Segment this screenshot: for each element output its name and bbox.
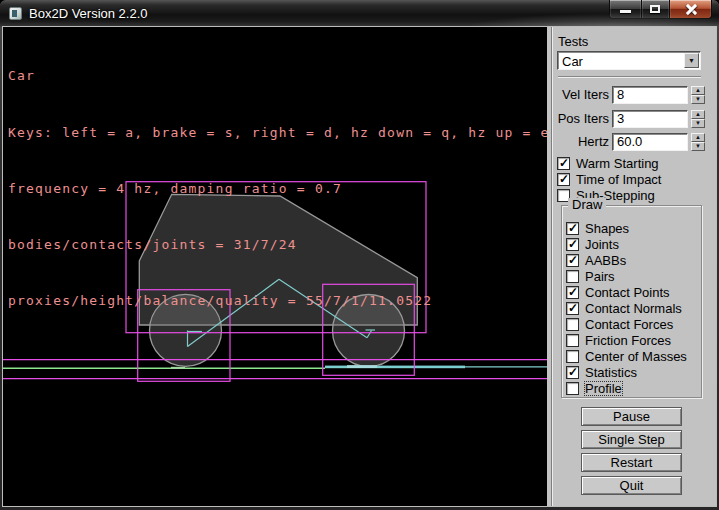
checkbox-box[interactable]: ✓ [566,238,579,251]
checkbox-box[interactable]: ✓ [566,222,579,235]
checkbox-box[interactable] [566,350,579,363]
hertz-field[interactable]: 60.0 [612,133,688,151]
checkbox-label: Contact Normals [585,302,682,315]
minimize-button[interactable] [609,0,642,19]
pos-iters-label: Pos Iters [552,110,609,128]
checkmark-icon: ✓ [568,253,578,267]
box2d-app-icon [9,7,22,20]
hertz-label: Hertz [552,133,609,151]
spinner-down-icon[interactable]: ▼ [691,142,705,151]
checkbox-label: Shapes [585,222,629,235]
checkbox-box[interactable] [566,318,579,331]
checkbox-label: Profile [585,382,622,395]
maximize-icon [650,5,660,13]
contact-point-left [171,367,185,369]
pos-iters-field[interactable]: 3 [612,110,688,128]
stats-line: Car [8,67,550,86]
minimize-icon [620,10,631,13]
checkbox-label: Warm Starting [576,157,659,170]
stats-line: proxies/height/balance/quality = 55/7/1/… [8,292,550,311]
quit-button[interactable]: Quit [581,476,682,495]
checkbox-label: AABBs [585,254,626,267]
checkbox-box[interactable]: ✓ [566,286,579,299]
vel-iters-row: Vel Iters 8 ▲ ▼ [552,86,717,104]
close-button[interactable] [669,0,712,19]
checkbox-label: Joints [585,238,619,251]
tests-dropdown-value: Car [562,54,583,69]
pause-button[interactable]: Pause [581,407,682,426]
checkbox-box[interactable] [566,270,579,283]
draw-group-title: Draw [568,198,606,212]
pos-iters-stepper: ▲ ▼ [691,110,705,128]
vel-iters-stepper: ▲ ▼ [691,86,705,104]
single-step-button[interactable]: Single Step [581,430,682,449]
client-area: Car Keys: left = a, brake = s, right = d… [3,27,716,506]
simulation-canvas[interactable]: Car Keys: left = a, brake = s, right = d… [3,27,551,506]
checkbox-label: Friction Forces [585,334,671,347]
checkbox-box[interactable]: ✓ [566,302,579,315]
checkmark-icon: ✓ [568,365,578,379]
tests-label: Tests [558,35,588,49]
chevron-down-icon[interactable]: ▼ [684,53,699,68]
checkbox-box[interactable]: ✓ [566,366,579,379]
checkbox-box[interactable]: ✓ [566,254,579,267]
checkbox-label: Pairs [585,270,615,283]
window-title: Box2D Version 2.2.0 [29,6,148,21]
checkmark-icon: ✓ [559,172,569,186]
checkbox-box[interactable] [566,382,579,395]
title-bar[interactable]: Box2D Version 2.2.0 [0,0,719,27]
hertz-row: Hertz 60.0 ▲ ▼ [552,133,717,151]
checkbox-label: Statistics [585,366,637,379]
ground-bridge-cyan [325,366,465,369]
checkmark-icon: ✓ [559,156,569,170]
maximize-button[interactable] [642,0,669,19]
checkmark-icon: ✓ [568,237,578,251]
checkbox-label: Center of Masses [585,350,687,363]
pos-iters-row: Pos Iters 3 ▲ ▼ [552,110,717,128]
vel-iters-field[interactable]: 8 [612,86,688,104]
spinner-down-icon[interactable]: ▼ [691,119,705,128]
contact-point-right [347,365,377,368]
spinner-down-icon[interactable]: ▼ [691,95,705,104]
checkmark-icon: ✓ [568,221,578,235]
stats-line: frequency = 4 hz, damping ratio = 0.7 [8,180,550,199]
checkbox-label: Contact Points [585,286,670,299]
stats-line: Keys: left = a, brake = s, right = d, hz… [8,124,550,143]
vel-iters-label: Vel Iters [552,86,609,104]
checkbox-box[interactable] [566,334,579,347]
spinner-up-icon[interactable]: ▲ [691,110,705,119]
caption-buttons [609,0,712,19]
restart-button[interactable]: Restart [581,453,682,472]
spinner-up-icon[interactable]: ▲ [691,86,705,95]
stats-line: bodies/contacts/joints = 31/7/24 [8,236,550,255]
checkmark-icon: ✓ [568,301,578,315]
separator [558,76,701,78]
checkbox-box[interactable]: ✓ [557,157,570,170]
hertz-stepper: ▲ ▼ [691,133,705,151]
control-panel: Tests Car ▼ Vel Iters 8 ▲ ▼ Pos Iters 3 … [551,27,716,506]
checkmark-icon: ✓ [568,285,578,299]
spinner-up-icon[interactable]: ▲ [691,133,705,142]
tests-dropdown[interactable]: Car ▼ [557,51,701,70]
checkbox-label: Contact Forces [585,318,673,331]
app-window: Box2D Version 2.2.0 [0,0,719,510]
checkbox-label: Time of Impact [576,173,661,186]
close-icon [685,3,698,16]
stats-text: Car Keys: left = a, brake = s, right = d… [8,30,550,348]
checkbox-box[interactable]: ✓ [557,173,570,186]
